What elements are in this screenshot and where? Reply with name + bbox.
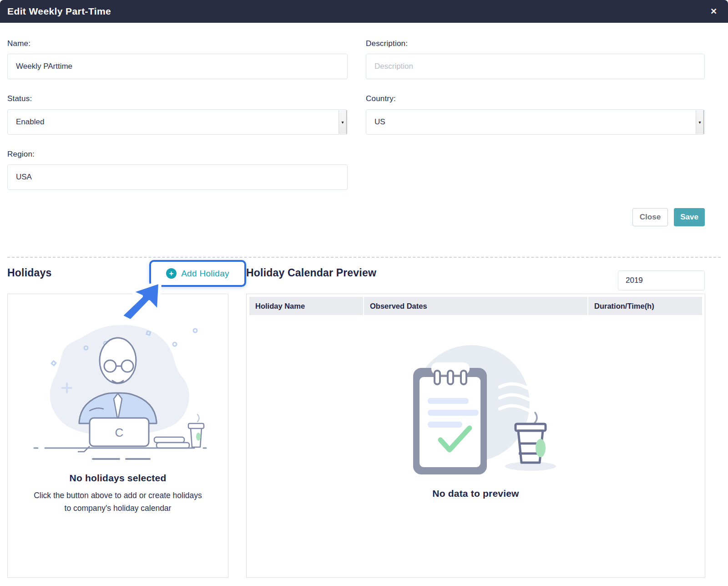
country-value: US xyxy=(374,117,385,127)
add-holiday-button[interactable]: + Add Holiday xyxy=(149,260,246,287)
clipboard-illustration xyxy=(380,331,571,482)
description-label: Description: xyxy=(366,39,408,48)
chevron-down-icon: ▾ xyxy=(696,110,704,134)
person-at-laptop-illustration: C xyxy=(18,307,218,466)
save-button[interactable]: Save xyxy=(674,208,705,226)
region-input[interactable] xyxy=(7,164,348,190)
add-holiday-label: Add Holiday xyxy=(181,269,229,279)
holidays-empty-panel: C No holidays selected Click the button … xyxy=(7,294,228,578)
chevron-down-icon: ▾ xyxy=(339,110,347,134)
edit-schedule-modal: Edit Weekly Part-Time ✕ Name: Descriptio… xyxy=(0,0,728,586)
modal-title: Edit Weekly Part-Time xyxy=(7,6,111,17)
close-icon[interactable]: ✕ xyxy=(710,0,717,23)
region-label: Region: xyxy=(7,150,35,159)
svg-text:C: C xyxy=(115,426,124,439)
holiday-preview-panel: Holiday Name Observed Dates Duration/Tim… xyxy=(246,294,705,578)
column-observed-dates: Observed Dates xyxy=(364,297,587,315)
year-input[interactable] xyxy=(618,270,705,290)
section-divider xyxy=(7,257,721,258)
close-button[interactable]: Close xyxy=(632,208,668,226)
column-holiday-name: Holiday Name xyxy=(249,297,363,315)
country-select[interactable]: US ▾ xyxy=(366,109,705,135)
status-select[interactable]: Enabled ▾ xyxy=(7,109,348,135)
name-input[interactable] xyxy=(7,54,348,79)
plus-circle-icon: + xyxy=(166,268,177,279)
modal-header: Edit Weekly Part-Time ✕ xyxy=(0,0,728,23)
holidays-heading: Holidays xyxy=(7,267,51,279)
preview-heading: Holiday Calendar Preview xyxy=(246,267,376,279)
column-duration: Duration/Time(h) xyxy=(588,297,702,315)
country-label: Country: xyxy=(366,94,396,103)
description-input[interactable] xyxy=(366,54,705,79)
preview-empty-title: No data to preview xyxy=(432,488,519,499)
name-label: Name: xyxy=(7,39,30,48)
status-value: Enabled xyxy=(16,117,44,127)
holidays-empty-title: No holidays selected xyxy=(70,473,167,484)
status-label: Status: xyxy=(7,94,32,103)
preview-empty-state: No data to preview xyxy=(247,315,705,577)
holidays-empty-text: Click the button above to add or create … xyxy=(33,489,203,515)
preview-table-header: Holiday Name Observed Dates Duration/Tim… xyxy=(249,297,702,315)
